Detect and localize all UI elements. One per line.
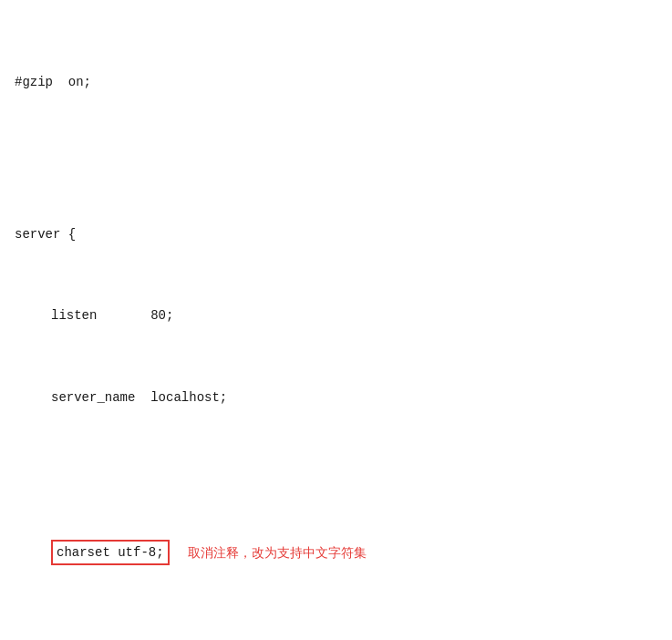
server-name-text: server_name localhost;: [51, 387, 227, 408]
line-listen: listen 80;: [15, 305, 657, 325]
line-server-open: server {: [15, 224, 657, 244]
line-charset: charset utf-8; 取消注释，改为支持中文字符集: [15, 540, 657, 565]
code-container: #gzip on; server { listen 80; server_nam…: [15, 11, 657, 640]
charset-comment: 取消注释，改为支持中文字符集: [188, 542, 367, 563]
blank-line-3: [15, 626, 657, 635]
gzip-text: #gzip on;: [15, 72, 91, 92]
server-open-text: server {: [15, 224, 76, 244]
charset-boxed: charset utf-8;: [51, 540, 170, 565]
line-server-name: server_name localhost;: [15, 387, 657, 408]
listen-text: listen 80;: [51, 305, 173, 325]
blank-line-2: [15, 470, 657, 479]
line-gzip: #gzip on;: [15, 72, 657, 92]
blank-line-1: [15, 154, 657, 163]
